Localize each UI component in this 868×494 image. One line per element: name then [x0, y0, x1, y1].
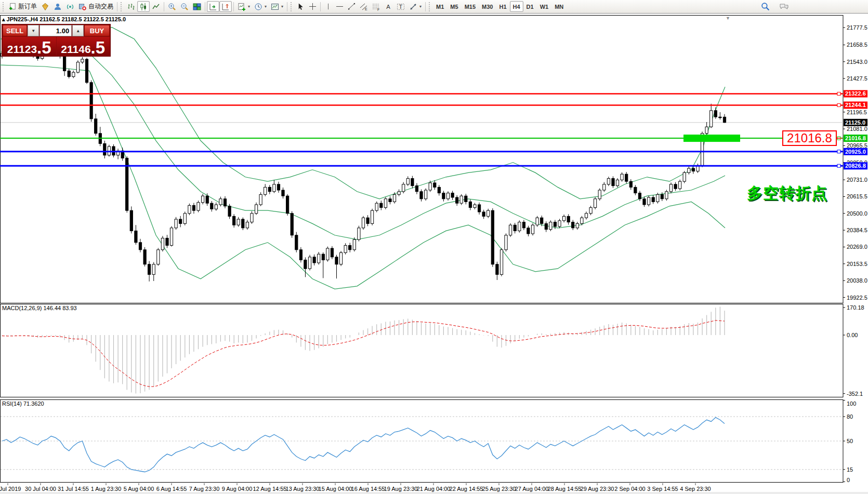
candle-body [130, 210, 133, 231]
dropdown-caret: ▾ [248, 4, 250, 9]
status-strip [0, 492, 868, 494]
cursor-tool-button[interactable] [295, 1, 307, 12]
crosshair-tool-button[interactable] [307, 1, 319, 12]
candle-body [95, 119, 97, 133]
indicators-button[interactable]: ▾ [235, 1, 252, 12]
toolbar-grip[interactable] [3, 2, 5, 11]
volume-input[interactable] [40, 25, 72, 36]
candle-body [469, 202, 471, 207]
timeframe-m30-button[interactable]: M30 [479, 1, 496, 12]
buy-button[interactable]: BUY [84, 25, 110, 36]
candle-body [183, 213, 186, 224]
zoom-in-button[interactable] [166, 1, 178, 12]
collapse-trade-panel-icon[interactable]: ▴ [2, 16, 5, 22]
bollinger-lower-band [0, 65, 725, 289]
candle-body [514, 225, 516, 231]
volume-increase-button[interactable]: ▲ [72, 25, 84, 36]
chart-canvas[interactable]: 21777.521658.521543.021427.521312.021196… [0, 0, 868, 494]
candle-body [340, 252, 343, 264]
chat-icon [779, 3, 789, 11]
timeframe-h1-button[interactable]: H1 [496, 1, 509, 12]
candlestick-chart-button[interactable] [137, 1, 150, 12]
toolbar-grip[interactable] [429, 2, 431, 11]
candle-body [211, 203, 213, 209]
auto-scroll-button[interactable] [207, 1, 219, 12]
candle-body [661, 194, 663, 198]
zoom-in-icon [168, 3, 176, 11]
candle-body [81, 59, 84, 62]
line-chart-button[interactable] [150, 1, 162, 12]
bar-chart-button[interactable] [125, 1, 137, 12]
toolbar-grip[interactable] [291, 2, 293, 11]
turning-point-annotation[interactable]: 多空转折点 [747, 183, 827, 204]
new-order-button[interactable]: 新订单 [7, 1, 39, 12]
line-anchor-marker[interactable] [837, 103, 840, 106]
search-icon [761, 2, 770, 11]
price-axis-tick-label: 21543.0 [847, 59, 867, 65]
search-button[interactable] [759, 1, 772, 12]
rsi-axis-tick-label: 0 [847, 477, 850, 483]
price-axis-tick-label: 20731.0 [847, 177, 867, 183]
vertical-line-tool-button[interactable] [322, 1, 334, 12]
price-callout-label[interactable]: 21016.8 [782, 130, 837, 146]
candle-body [665, 192, 668, 199]
time-axis-label: 7 Aug 23:30 [189, 486, 220, 492]
line-anchor-marker[interactable] [837, 164, 840, 167]
zoom-out-button[interactable] [178, 1, 191, 12]
price-tag-label: 21016.8 [845, 135, 866, 141]
candle-body [148, 264, 151, 275]
volume-decrease-button[interactable]: ▼ [28, 25, 39, 36]
toolbar-separator [117, 2, 117, 11]
symbol-period-label: JPN225-,H4 [7, 16, 38, 22]
community-button[interactable] [51, 1, 64, 12]
line-anchor-marker[interactable] [837, 150, 840, 153]
macd-axis-tick-label: -352.1 [847, 391, 863, 397]
candle-body [576, 223, 578, 228]
candle-body [674, 184, 677, 189]
sell-button[interactable]: SELL [3, 25, 27, 36]
candle-body [585, 213, 587, 218]
fibonacci-tool-button[interactable]: F [370, 1, 383, 12]
market-button[interactable] [39, 1, 51, 12]
timeframe-w1-button[interactable]: W1 [537, 1, 552, 12]
candle-body [616, 180, 619, 185]
timeframe-mn-button[interactable]: MN [551, 1, 567, 12]
cursor-icon [297, 3, 305, 10]
trendline-tool-button[interactable] [346, 1, 358, 12]
toolbar-separator [205, 2, 205, 11]
arrows-tool-button[interactable]: ▾ [407, 1, 424, 12]
chart-shift-button[interactable] [219, 1, 232, 12]
toolbar-grip[interactable] [121, 2, 123, 11]
timeframe-m5-button[interactable]: M5 [447, 1, 461, 12]
price-axis-tick-label: 20615.5 [847, 193, 867, 199]
bid-price-display[interactable]: 21123 .5 [3, 37, 56, 56]
rsi-line [2, 418, 725, 472]
text-tool-button[interactable]: A [383, 1, 394, 12]
periods-button[interactable]: ▾ [252, 1, 269, 12]
candle-body [299, 250, 302, 260]
ask-price-display[interactable]: 21146 .5 [57, 37, 110, 56]
channel-tool-button[interactable]: E [358, 1, 370, 12]
price-axis-tick-label: 20384.5 [847, 227, 867, 233]
highlight-rectangle[interactable] [683, 135, 740, 142]
dropdown-caret: ▾ [419, 4, 422, 9]
candle-body [393, 194, 396, 202]
templates-button[interactable]: ▾ [269, 1, 285, 12]
candle-body [505, 235, 507, 250]
label-tool-button[interactable]: T [394, 1, 407, 12]
time-axis-label: 28 Aug 14:55 [548, 486, 582, 492]
candle-body [85, 59, 88, 83]
autotrading-button[interactable]: 自动交易 [76, 1, 115, 12]
chat-button[interactable] [777, 1, 791, 12]
signals-button[interactable] [64, 1, 76, 12]
candle-body [179, 219, 182, 223]
timeframe-d1-button[interactable]: D1 [523, 1, 537, 12]
chart-shift-marker[interactable]: ▼ [726, 16, 730, 21]
tile-windows-button[interactable] [191, 1, 203, 12]
timeframe-h4-button[interactable]: H4 [510, 1, 523, 12]
line-anchor-marker[interactable] [837, 92, 840, 95]
timeframe-m1-button[interactable]: M1 [433, 1, 447, 12]
horizontal-line-tool-button[interactable] [334, 1, 346, 12]
candle-body [683, 172, 686, 181]
timeframe-m15-button[interactable]: M15 [462, 1, 479, 12]
